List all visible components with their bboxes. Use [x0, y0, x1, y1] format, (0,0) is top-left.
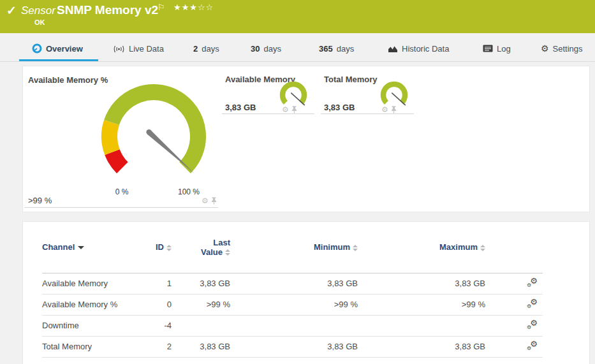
sort-arrows-icon	[225, 249, 230, 256]
sensor-header: ✓ Sensor SNMP Memory v2 ⚐ ★★★☆☆ OK	[0, 0, 595, 33]
tab-bar: Overview Live Data 2 days 30 days 365 da…	[0, 33, 595, 62]
channel-settings-gears-icon[interactable]: ⚙⚙	[527, 319, 538, 330]
channel-minimum: 3,83 GB	[230, 336, 358, 357]
table-header-row: Channel ID Last Value Minimum Maximum	[42, 222, 543, 273]
column-label: Maximum	[439, 242, 478, 252]
tab-label: Live Data	[129, 44, 164, 54]
channel-settings-gears-icon[interactable]: ⚙⚙	[527, 277, 538, 288]
tab-day-count: 365	[319, 44, 333, 54]
channel-maximum: 3,83 GB	[358, 336, 485, 357]
channel-last-value: 3,83 GB	[172, 336, 230, 357]
tab-log[interactable]: Log	[483, 42, 511, 55]
channel-minimum	[230, 315, 358, 336]
tab-historic-data[interactable]: Historic Data	[388, 42, 449, 55]
tab-365-days[interactable]: 365 days	[319, 42, 354, 55]
channel-name: Available Memory	[42, 273, 130, 294]
channel-id: 0	[130, 294, 172, 315]
table-row: Total Memory 2 3,83 GB 3,83 GB 3,83 GB ⚙…	[42, 336, 543, 357]
channel-maximum: >99 %	[358, 294, 485, 315]
channel-name: Available Memory %	[42, 294, 130, 315]
table-row: Available Memory % 0 >99 % >99 % >99 % ⚙…	[42, 294, 543, 315]
sort-arrows-icon	[353, 245, 358, 251]
channel-last-value: >99 %	[172, 294, 230, 315]
column-label: Last	[213, 238, 230, 247]
tab-label: days	[337, 44, 354, 54]
channel-table: Channel ID Last Value Minimum Maximum	[42, 222, 543, 358]
tab-label: days	[202, 44, 219, 54]
prtg-sensor-page: ✓ Sensor SNMP Memory v2 ⚐ ★★★☆☆ OK Overv…	[0, 0, 595, 364]
channel-last-value	[172, 315, 230, 336]
column-label: Value	[201, 247, 223, 257]
cell-divider	[321, 66, 414, 114]
column-label: ID	[156, 242, 164, 252]
channel-maximum: 3,83 GB	[358, 273, 485, 294]
tab-live-data[interactable]: Live Data	[113, 42, 164, 55]
channel-name: Total Memory	[42, 336, 130, 357]
table-row: Available Memory 1 3,83 GB 3,83 GB 3,83 …	[42, 273, 543, 294]
channel-id: -4	[130, 315, 172, 336]
column-header-minimum[interactable]: Minimum	[230, 222, 358, 273]
tab-overview[interactable]: Overview	[32, 42, 83, 55]
gauge-icon	[32, 43, 42, 54]
sort-arrows-icon	[480, 245, 485, 251]
broadcast-icon	[113, 45, 125, 53]
priority-flag-icon[interactable]: ⚐	[158, 3, 165, 12]
column-header-last-value[interactable]: Last Value	[172, 222, 230, 273]
channel-name: Downtime	[42, 315, 130, 336]
channel-id: 1	[130, 273, 172, 294]
channel-settings-gears-icon[interactable]: ⚙⚙	[527, 298, 538, 309]
area-chart-icon	[388, 45, 398, 53]
column-header-channel[interactable]: Channel	[42, 222, 130, 273]
column-header-maximum[interactable]: Maximum	[358, 222, 485, 273]
channel-last-value: 3,83 GB	[172, 273, 230, 294]
channel-id: 2	[130, 336, 172, 357]
tab-day-count: 2	[193, 44, 198, 54]
active-tab-underline	[19, 59, 98, 61]
channel-minimum: >99 %	[230, 294, 358, 315]
column-header-id[interactable]: ID	[130, 222, 172, 273]
tab-label: Log	[497, 44, 511, 54]
gear-icon: ⚙	[541, 43, 549, 54]
tab-day-count: 30	[251, 44, 260, 54]
tab-label: Overview	[46, 44, 83, 54]
table-row: Downtime -4 ⚙⚙	[42, 315, 543, 336]
tab-2-days[interactable]: 2 days	[193, 42, 219, 55]
channel-table-panel: Channel ID Last Value Minimum Maximum	[22, 221, 590, 364]
column-label: Minimum	[314, 242, 350, 252]
status-ok-check-icon: ✓	[6, 3, 17, 18]
channel-maximum	[358, 315, 485, 336]
tab-label: Settings	[553, 44, 583, 54]
tab-label: days	[263, 44, 281, 54]
sort-caret-down-icon	[78, 246, 84, 249]
log-list-icon	[483, 45, 493, 52]
priority-stars[interactable]: ★★★☆☆	[173, 3, 214, 12]
overview-gauges-panel: Available Memory % 0 % 100 % >99 % ⚙	[22, 66, 590, 212]
sensor-title: SNMP Memory v2	[57, 3, 158, 17]
tab-settings[interactable]: ⚙ Settings	[541, 42, 583, 55]
cell-divider	[24, 66, 218, 208]
cell-divider	[222, 66, 314, 114]
channel-settings-gears-icon[interactable]: ⚙⚙	[527, 340, 538, 351]
sensor-kind-label: Sensor	[21, 4, 55, 17]
channel-minimum: 3,83 GB	[230, 273, 358, 294]
tab-30-days[interactable]: 30 days	[251, 42, 281, 55]
tab-label: Historic Data	[402, 44, 449, 54]
column-label: Channel	[42, 242, 75, 252]
sort-arrows-icon	[166, 245, 172, 251]
sensor-status-badge: OK	[34, 18, 45, 26]
column-header-settings	[485, 222, 543, 273]
